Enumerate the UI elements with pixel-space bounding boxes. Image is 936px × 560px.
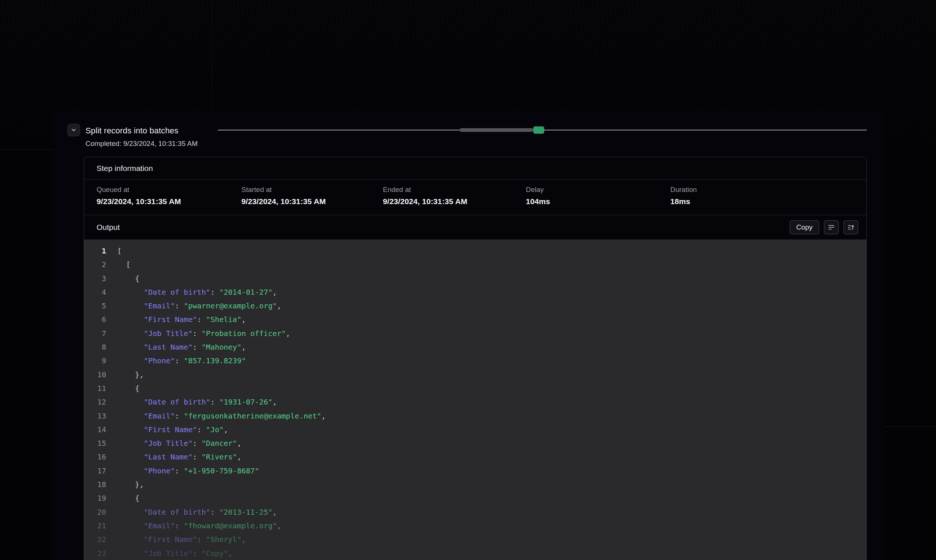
output-title: Output: [97, 223, 120, 232]
code-line: 7 "Job Title": "Probation officer",: [84, 327, 866, 340]
step-information-title: Step information: [97, 164, 153, 173]
line-number: 21: [84, 519, 106, 533]
code-text: "Email": "pwarner@example.org",: [117, 299, 282, 313]
code-line: 14 "First Name": "Jo",: [84, 423, 866, 437]
code-line: 19 {: [84, 491, 866, 505]
meta-value: 9/23/2024, 10:31:35 AM: [97, 197, 242, 206]
wrap-text-icon: [828, 224, 835, 231]
wrap-text-button[interactable]: [824, 220, 839, 234]
copy-button[interactable]: Copy: [790, 220, 819, 234]
line-number: 7: [84, 327, 106, 340]
meta-label: Duration: [670, 186, 866, 194]
line-number: 9: [84, 354, 106, 368]
line-number: 5: [84, 299, 106, 313]
code-text: "Job Title": "Copy",: [117, 547, 232, 560]
meta-value: 9/23/2024, 10:31:35 AM: [383, 197, 526, 206]
code-line: 12 "Date of birth": "1931-07-26",: [84, 395, 866, 409]
line-number: 4: [84, 286, 106, 299]
line-number: 12: [84, 395, 106, 409]
code-lines: 1[2 [3 {4 "Date of birth": "2014-01-27",…: [84, 244, 866, 560]
line-number: 19: [84, 491, 106, 505]
sort-ascending-icon: [847, 224, 854, 231]
chevron-down-icon: [71, 127, 77, 133]
code-text: [: [117, 258, 131, 272]
code-text: "Phone": "+1-950-759-8687": [117, 464, 259, 478]
line-number: 3: [84, 272, 106, 286]
line-number: 14: [84, 423, 106, 437]
code-line: 18 },: [84, 478, 866, 491]
line-number: 10: [84, 368, 106, 382]
code-text: "First Name": "Shelia",: [117, 313, 246, 326]
code-line: 17 "Phone": "+1-950-759-8687": [84, 464, 866, 478]
code-text: "First Name": "Sheryl",: [117, 533, 246, 546]
code-line: 22 "First Name": "Sheryl",: [84, 533, 866, 546]
code-line: 8 "Last Name": "Mahoney",: [84, 340, 866, 354]
output-actions: Copy: [790, 220, 858, 234]
code-text: "Job Title": "Dancer",: [117, 437, 242, 450]
collapse-step-button[interactable]: [68, 124, 80, 136]
timeline-thumb[interactable]: [533, 126, 544, 134]
code-text: "Job Title": "Probation officer",: [117, 327, 290, 340]
code-text: "Phone": "857.139.8239": [117, 354, 246, 368]
code-line: 3 {: [84, 272, 866, 286]
line-number: 2: [84, 258, 106, 272]
meta-label: Ended at: [383, 186, 526, 194]
code-line: 2 [: [84, 258, 866, 272]
code-line: 21 "Email": "fhoward@example.org",: [84, 519, 866, 533]
output-code-viewer[interactable]: 1[2 [3 {4 "Date of birth": "2014-01-27",…: [84, 240, 866, 560]
line-number: 20: [84, 506, 106, 519]
code-line: 16 "Last Name": "Rivers",: [84, 450, 866, 464]
meta-field-queued-at: Queued at 9/23/2024, 10:31:35 AM: [97, 186, 242, 215]
code-line: 4 "Date of birth": "2014-01-27",: [84, 286, 866, 299]
code-text: "Date of birth": "2014-01-27",: [117, 286, 277, 299]
screen: Split records into batches Completed: 9/…: [0, 0, 936, 560]
code-text: "Last Name": "Rivers",: [117, 450, 242, 464]
code-line: 13 "Email": "fergusonkatherine@example.n…: [84, 409, 866, 423]
code-text: },: [117, 478, 144, 491]
meta-value: 9/23/2024, 10:31:35 AM: [242, 197, 383, 206]
code-line: 5 "Email": "pwarner@example.org",: [84, 299, 866, 313]
output-header: Output Copy: [84, 215, 866, 240]
code-line: 6 "First Name": "Shelia",: [84, 313, 866, 326]
code-text: "Last Name": "Mahoney",: [117, 340, 246, 354]
run-detail-panel: Split records into batches Completed: 9/…: [53, 109, 884, 560]
code-text: "First Name": "Jo",: [117, 423, 228, 437]
run-timeline[interactable]: [218, 126, 867, 134]
code-line: 23 "Job Title": "Copy",: [84, 547, 866, 560]
line-number: 16: [84, 450, 106, 464]
meta-field-delay: Delay 104ms: [526, 186, 670, 215]
meta-label: Queued at: [97, 186, 242, 194]
code-text: {: [117, 491, 139, 505]
line-number: 1: [84, 244, 106, 258]
line-number: 22: [84, 533, 106, 546]
meta-value: 18ms: [670, 197, 866, 206]
line-number: 15: [84, 437, 106, 450]
sort-ascending-button[interactable]: [844, 220, 858, 234]
code-text: },: [117, 368, 144, 382]
background-line-left: [0, 149, 53, 149]
meta-value: 104ms: [526, 197, 670, 206]
line-number: 6: [84, 313, 106, 326]
step-metadata-row: Queued at 9/23/2024, 10:31:35 AM Started…: [84, 179, 866, 215]
code-text: "Date of birth": "1931-07-26",: [117, 395, 277, 409]
line-number: 23: [84, 547, 106, 560]
meta-label: Started at: [242, 186, 383, 194]
code-text: [: [117, 244, 122, 258]
timeline-segment: [460, 128, 533, 132]
code-line: 10 },: [84, 368, 866, 382]
step-information-card: Step information Queued at 9/23/2024, 10…: [84, 157, 867, 560]
code-text: "Email": "fhoward@example.org",: [117, 519, 282, 533]
code-line: 20 "Date of birth": "2013-11-25",: [84, 506, 866, 519]
step-title: Split records into batches: [86, 126, 179, 135]
step-information-header: Step information: [84, 157, 866, 179]
code-line: 1[: [84, 244, 866, 258]
line-number: 13: [84, 409, 106, 423]
meta-field-ended-at: Ended at 9/23/2024, 10:31:35 AM: [383, 186, 526, 215]
code-line: 11 {: [84, 382, 866, 395]
line-number: 8: [84, 340, 106, 354]
step-status-line: Completed: 9/23/2024, 10:31:35 AM: [86, 140, 197, 148]
meta-field-duration: Duration 18ms: [670, 186, 866, 215]
code-text: "Email": "fergusonkatherine@example.net"…: [117, 409, 326, 423]
meta-field-started-at: Started at 9/23/2024, 10:31:35 AM: [242, 186, 383, 215]
background-line-vertical: [212, 0, 212, 109]
